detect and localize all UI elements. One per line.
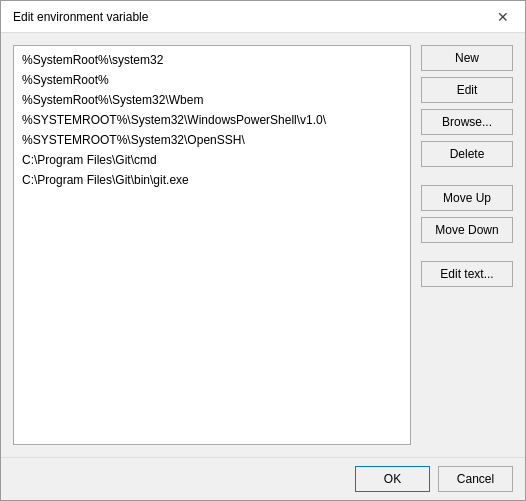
edit-button[interactable]: Edit bbox=[421, 77, 513, 103]
list-item[interactable]: %SYSTEMROOT%\System32\WindowsPowerShell\… bbox=[14, 110, 410, 130]
list-item[interactable]: %SYSTEMROOT%\System32\OpenSSH\ bbox=[14, 130, 410, 150]
delete-button[interactable]: Delete bbox=[421, 141, 513, 167]
list-item[interactable]: C:\Program Files\Git\bin\git.exe bbox=[14, 170, 410, 190]
edit-env-var-dialog: Edit environment variable ✕ %SystemRoot%… bbox=[0, 0, 526, 501]
dialog-body: %SystemRoot%\system32%SystemRoot%%System… bbox=[1, 33, 525, 457]
close-button[interactable]: ✕ bbox=[493, 7, 513, 27]
env-var-list[interactable]: %SystemRoot%\system32%SystemRoot%%System… bbox=[13, 45, 411, 445]
move-down-button[interactable]: Move Down bbox=[421, 217, 513, 243]
browse-button[interactable]: Browse... bbox=[421, 109, 513, 135]
move-up-button[interactable]: Move Up bbox=[421, 185, 513, 211]
dialog-title: Edit environment variable bbox=[13, 10, 148, 24]
buttons-panel: New Edit Browse... Delete Move Up Move D… bbox=[421, 45, 513, 445]
cancel-button[interactable]: Cancel bbox=[438, 466, 513, 492]
title-bar: Edit environment variable ✕ bbox=[1, 1, 525, 33]
list-item[interactable]: %SystemRoot%\System32\Wbem bbox=[14, 90, 410, 110]
list-item[interactable]: %SystemRoot% bbox=[14, 70, 410, 90]
list-item[interactable]: %SystemRoot%\system32 bbox=[14, 50, 410, 70]
new-button[interactable]: New bbox=[421, 45, 513, 71]
edit-text-button[interactable]: Edit text... bbox=[421, 261, 513, 287]
ok-button[interactable]: OK bbox=[355, 466, 430, 492]
list-item[interactable]: C:\Program Files\Git\cmd bbox=[14, 150, 410, 170]
dialog-footer: OK Cancel bbox=[1, 457, 525, 500]
